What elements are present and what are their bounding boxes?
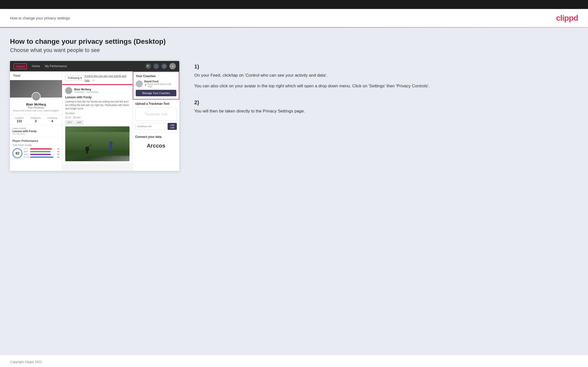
- nav-my-performance[interactable]: My Performance: [45, 64, 67, 68]
- svg-rect-6: [110, 146, 112, 152]
- coach-avatar: [136, 80, 143, 87]
- step-2: 2) You will then be taken directly to th…: [194, 99, 578, 114]
- step2-text: You will then be taken directly to the P…: [194, 108, 578, 114]
- golf-scene-svg: [65, 126, 130, 161]
- two-column-layout: clippd Home My Performance 🔍 👤 🌐 ▾ Feed: [10, 61, 578, 171]
- connect-section: Connect your data Arccos: [133, 133, 179, 154]
- post-header: Blair McHarg Yesterday · Sunningdale: [65, 87, 130, 94]
- page-subtitle: Choose what you want people to see: [10, 47, 578, 53]
- profile-club: Royal North Devon Golf Club, United King…: [12, 109, 60, 112]
- post-duration-label: Duration: [65, 112, 130, 115]
- coaches-section-highlighted: Your Coaches David Ford 📍 Royal North De…: [133, 71, 179, 100]
- trackman-link-input[interactable]: [135, 123, 167, 130]
- app-body: Feed Blair McHarg Plus Handicap Royal No…: [10, 71, 179, 171]
- latest-activity-name: Lesson with Fordy: [12, 130, 60, 133]
- tpq-score: 92: [12, 148, 22, 158]
- header: How to change your privacy settings clip…: [0, 9, 588, 27]
- bar-putt: PUTT 96: [24, 156, 60, 158]
- trackman-input-row: Add Link: [135, 123, 177, 130]
- logo: clippd: [556, 13, 578, 23]
- user-icon[interactable]: 👤: [153, 63, 159, 69]
- post-tags: OTT APP: [65, 120, 130, 124]
- activities-value: 131: [15, 119, 24, 123]
- red-top-line: [62, 85, 132, 85]
- tpq-label: Total Player Quality: [12, 144, 60, 146]
- bar-app: APP 85: [24, 151, 60, 153]
- user-avatar[interactable]: ▾: [169, 63, 176, 69]
- red-bottom-line: [62, 84, 132, 85]
- top-black-bar: [0, 0, 588, 9]
- app-logo: clippd: [13, 63, 27, 69]
- latest-activity: Latest Activity Lesson with Fordy 03 Aug…: [10, 125, 62, 137]
- following-value: 4: [48, 119, 57, 123]
- page-title: How to change your privacy settings (Des…: [10, 38, 578, 46]
- tpq-row: 92 OTT 90 APP 85: [12, 148, 60, 159]
- tag-ott: OTT: [65, 120, 74, 124]
- post-author-name: Blair McHarg: [74, 88, 98, 91]
- latest-label: Latest Activity: [12, 127, 60, 130]
- right-arrow-icon: ←: [92, 78, 95, 82]
- connect-title: Connect your data: [135, 135, 177, 139]
- coach-name: David Ford: [144, 80, 176, 83]
- step1-number: 1): [194, 63, 578, 70]
- control-privacy-link[interactable]: Control who can see your activity and da…: [85, 75, 126, 82]
- step1-secondary-text: You can also click on your avatar in the…: [194, 83, 578, 89]
- stat-activities: Activities 131: [15, 117, 24, 123]
- trackman-placeholder-box: Trackman Link: [135, 107, 177, 121]
- post-title: Lesson with Fordy: [65, 96, 130, 99]
- activities-label: Activities: [15, 117, 24, 119]
- profile-name: Blair McHarg: [12, 103, 60, 106]
- trackman-title: Upload a Trackman Test: [135, 102, 177, 105]
- main-content: How to change your privacy settings (Des…: [0, 28, 588, 355]
- nav-home[interactable]: Home: [32, 64, 40, 68]
- stat-followers: Followers 3: [31, 117, 41, 123]
- post-duration-value: 01 hr : 30 min: [65, 116, 130, 119]
- profile-stats: Activities 131 Followers 3 Following 4: [10, 114, 62, 125]
- step2-number: 2): [194, 99, 578, 106]
- step1-text: On your Feed, click/tap on 'Control who …: [194, 72, 578, 79]
- post-date: Yesterday · Sunningdale: [74, 91, 98, 93]
- following-label: Following: [48, 117, 57, 119]
- post-item: Blair McHarg Yesterday · Sunningdale Les…: [62, 85, 132, 164]
- app-feed: Following ▾ Control who can see your act…: [62, 71, 132, 171]
- coaches-title: Your Coaches: [136, 74, 176, 78]
- feed-header: Following ▾ Control who can see your act…: [62, 71, 132, 85]
- profile-banner: [10, 80, 62, 98]
- trackman-section: Upload a Trackman Test Trackman Link Add…: [133, 100, 179, 133]
- latest-date: 03 Aug 2022: [12, 133, 60, 135]
- player-performance: Player Performance Total Player Quality …: [10, 137, 62, 161]
- copyright-text: Copyright Clippd 2022: [10, 360, 42, 364]
- step-1: 1) On your Feed, click/tap on 'Control w…: [194, 63, 578, 89]
- instructions-panel: 1) On your Feed, click/tap on 'Control w…: [189, 61, 578, 125]
- post-text: Looking to feel like my hands are exitin…: [65, 100, 130, 110]
- following-button[interactable]: Following ▾: [65, 75, 85, 81]
- breadcrumb: How to change your privacy settings: [10, 16, 70, 20]
- stat-following: Following 4: [48, 117, 57, 123]
- feed-tab[interactable]: Feed: [10, 71, 62, 80]
- post-image: [65, 126, 130, 161]
- profile-avatar: [32, 92, 41, 101]
- globe-icon[interactable]: 🌐: [161, 63, 167, 69]
- tag-app: APP: [75, 120, 83, 124]
- svg-rect-7: [112, 146, 112, 151]
- trackman-add-button[interactable]: Add Link: [168, 123, 177, 130]
- post-author-avatar: [65, 87, 72, 94]
- footer: Copyright Clippd 2022: [0, 355, 588, 367]
- svg-rect-1: [65, 151, 130, 156]
- coach-item: David Ford 📍 Royal North Devon Golf Club: [136, 80, 176, 88]
- tpq-bars: OTT 90 APP 85 ARG: [24, 148, 60, 159]
- followers-label: Followers: [31, 117, 41, 119]
- search-icon[interactable]: 🔍: [145, 63, 151, 69]
- player-perf-title: Player Performance: [12, 139, 60, 142]
- app-screenshot-mockup: clippd Home My Performance 🔍 👤 🌐 ▾ Feed: [10, 61, 179, 171]
- bar-arg: ARG 86: [24, 153, 60, 156]
- arccos-brand: Arccos: [135, 141, 177, 151]
- app-navbar: clippd Home My Performance 🔍 👤 🌐 ▾: [10, 61, 179, 71]
- app-right-panel: Your Coaches David Ford 📍 Royal North De…: [132, 71, 179, 171]
- nav-icons: 🔍 👤 🌐 ▾: [145, 63, 176, 69]
- coaches-section: Your Coaches David Ford 📍 Royal North De…: [133, 72, 179, 99]
- control-link-container: Control who can see your activity and da…: [85, 73, 130, 82]
- coach-club: 📍 Royal North Devon Golf Club: [144, 83, 176, 88]
- manage-coaches-button[interactable]: Manage Your Coaches: [136, 90, 176, 96]
- svg-rect-3: [86, 149, 88, 154]
